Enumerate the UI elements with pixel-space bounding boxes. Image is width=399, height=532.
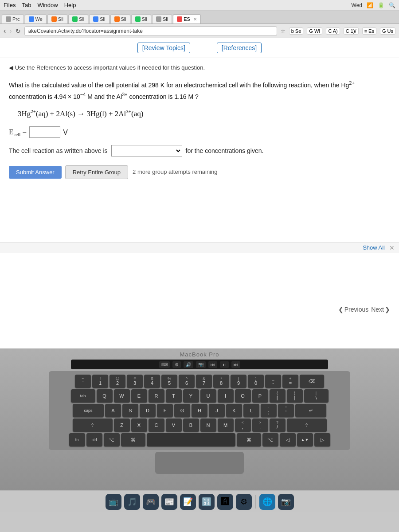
tab-sli2[interactable]: Sli xyxy=(68,14,88,23)
key-2[interactable]: @2 xyxy=(110,375,125,388)
key-rbracket[interactable]: }] xyxy=(287,389,303,403)
tab-sli5[interactable]: Sli xyxy=(131,14,151,23)
key-equals[interactable]: += xyxy=(282,375,298,388)
key-shift-right[interactable]: ⇧ xyxy=(287,419,327,432)
trackpad[interactable] xyxy=(155,452,244,474)
retry-entire-group-button[interactable]: Retry Entire Group xyxy=(65,165,128,179)
key-y[interactable]: Y xyxy=(183,389,199,403)
dock-icon-fonts[interactable]: 🅰 xyxy=(217,494,233,510)
tab-sli4[interactable]: Sli xyxy=(110,14,130,23)
key-6[interactable]: ^6 xyxy=(179,375,195,388)
back-button[interactable]: ‹ xyxy=(4,27,6,35)
key-cmd-left[interactable]: ⌘ xyxy=(121,433,145,446)
dock-icon-music[interactable]: 🎵 xyxy=(124,494,140,510)
key-1[interactable]: !1 xyxy=(92,375,108,388)
key-z[interactable]: Z xyxy=(114,419,130,432)
dock-icon-game[interactable]: 🎮 xyxy=(143,494,159,510)
key-v[interactable]: V xyxy=(166,419,182,432)
dock-icon-settings[interactable]: ⚙ xyxy=(236,494,252,510)
key-n[interactable]: N xyxy=(200,419,216,432)
key-t[interactable]: T xyxy=(166,389,182,403)
key-5[interactable]: %5 xyxy=(161,375,177,388)
dock-icon-notes[interactable]: 📝 xyxy=(180,494,196,510)
key-backtick[interactable]: ~` xyxy=(75,375,91,388)
tab-sli6[interactable]: Sli xyxy=(152,14,172,23)
key-m[interactable]: M xyxy=(218,419,234,432)
key-0[interactable]: )0 xyxy=(248,375,264,388)
key-capslock[interactable]: caps xyxy=(73,404,104,417)
previous-button[interactable]: ❮ Previous xyxy=(338,306,368,313)
key-k[interactable]: K xyxy=(226,404,242,417)
key-fn[interactable]: fn xyxy=(69,433,85,446)
menu-window[interactable]: Window xyxy=(37,2,58,8)
refresh-button[interactable]: ↻ xyxy=(16,27,21,35)
key-option-left[interactable]: ⌥ xyxy=(104,433,120,446)
key-4[interactable]: $4 xyxy=(144,375,160,388)
shortcut-c-a[interactable]: C A) xyxy=(326,27,340,35)
key-semicolon[interactable]: :; xyxy=(261,404,277,417)
shortcut-c1[interactable]: C 1)/ xyxy=(344,27,359,35)
key-enter[interactable]: ↵ xyxy=(295,404,326,417)
key-a[interactable]: A xyxy=(105,404,121,417)
key-o[interactable]: O xyxy=(235,389,251,403)
key-x[interactable]: X xyxy=(131,419,147,432)
key-quote[interactable]: "' xyxy=(278,404,294,417)
tab-sli3[interactable]: Sli xyxy=(89,14,109,23)
forward-button[interactable]: › xyxy=(9,27,12,35)
key-lbracket[interactable]: {[ xyxy=(270,389,286,403)
next-button[interactable]: Next ❯ xyxy=(371,306,390,313)
key-backslash[interactable]: |\ xyxy=(304,389,329,403)
dock-icon-numbers[interactable]: 🔢 xyxy=(199,494,215,510)
key-w[interactable]: W xyxy=(114,389,130,403)
key-7[interactable]: &7 xyxy=(196,375,212,388)
key-q[interactable]: Q xyxy=(97,389,113,403)
tab-we[interactable]: We xyxy=(25,14,47,23)
key-period[interactable]: >. xyxy=(252,419,268,432)
key-l[interactable]: L xyxy=(243,404,259,417)
key-p[interactable]: P xyxy=(252,389,268,403)
key-h[interactable]: H xyxy=(192,404,207,417)
shortcut-g-us[interactable]: G Us xyxy=(380,27,395,35)
key-u[interactable]: U xyxy=(200,389,216,403)
key-ctrl[interactable]: ctrl xyxy=(86,433,102,446)
show-all-close[interactable]: ✕ xyxy=(389,244,395,251)
key-s[interactable]: S xyxy=(122,404,138,417)
tab-close-icon[interactable]: ✕ xyxy=(193,17,197,22)
tab-prc[interactable]: Prc xyxy=(2,14,24,23)
bookmark-icon[interactable]: ☆ xyxy=(281,28,286,34)
key-slash[interactable]: ?/ xyxy=(270,419,286,432)
submit-answer-button[interactable]: Submit Answer xyxy=(9,166,62,179)
key-j[interactable]: J xyxy=(209,404,225,417)
key-tab[interactable]: tab xyxy=(71,389,95,403)
key-minus[interactable]: _- xyxy=(265,375,281,388)
key-3[interactable]: #3 xyxy=(127,375,143,388)
key-arrow-updown[interactable]: ▲▼ xyxy=(297,433,313,446)
review-topics-link[interactable]: [Review Topics] xyxy=(137,43,190,53)
key-option-right[interactable]: ⌥ xyxy=(262,433,278,446)
key-c[interactable]: C xyxy=(149,419,164,432)
key-e[interactable]: E xyxy=(131,389,147,403)
reaction-dropdown[interactable]: spontaneous nonspontaneous at equilibriu… xyxy=(111,145,182,156)
show-all-link[interactable]: Show All xyxy=(363,244,385,251)
key-cmd-right[interactable]: ⌘ xyxy=(237,433,261,446)
shortcut-es[interactable]: ≡ Es xyxy=(362,27,376,35)
key-g[interactable]: G xyxy=(174,404,190,417)
key-f[interactable]: F xyxy=(157,404,173,417)
key-shift-left[interactable]: ⇧ xyxy=(73,419,113,432)
dock-icon-tv[interactable]: 📺 xyxy=(106,494,121,510)
menu-help[interactable]: Help xyxy=(64,2,76,8)
search-icon[interactable]: 🔍 xyxy=(389,2,395,8)
key-arrow-left[interactable]: ◁ xyxy=(280,433,296,446)
key-comma[interactable]: <, xyxy=(235,419,251,432)
dock-icon-camera[interactable]: 📷 xyxy=(278,494,294,510)
key-i[interactable]: I xyxy=(218,389,234,403)
tab-sli1[interactable]: Sli xyxy=(47,14,67,23)
key-r[interactable]: R xyxy=(149,389,164,403)
key-9[interactable]: (9 xyxy=(231,375,246,388)
key-arrow-right[interactable]: ▷ xyxy=(314,433,330,446)
shortcut-g-wi[interactable]: G WI xyxy=(307,27,322,35)
dock-icon-browser[interactable]: 🌐 xyxy=(259,494,275,510)
key-d[interactable]: D xyxy=(140,404,156,417)
key-backspace[interactable]: ⌫ xyxy=(300,375,324,388)
dock-icon-news[interactable]: 📰 xyxy=(161,494,177,510)
